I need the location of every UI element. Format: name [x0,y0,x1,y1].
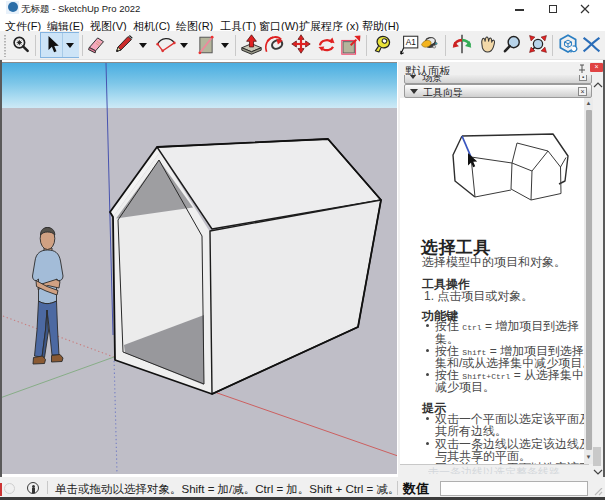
svg-text:A1: A1 [406,37,417,47]
